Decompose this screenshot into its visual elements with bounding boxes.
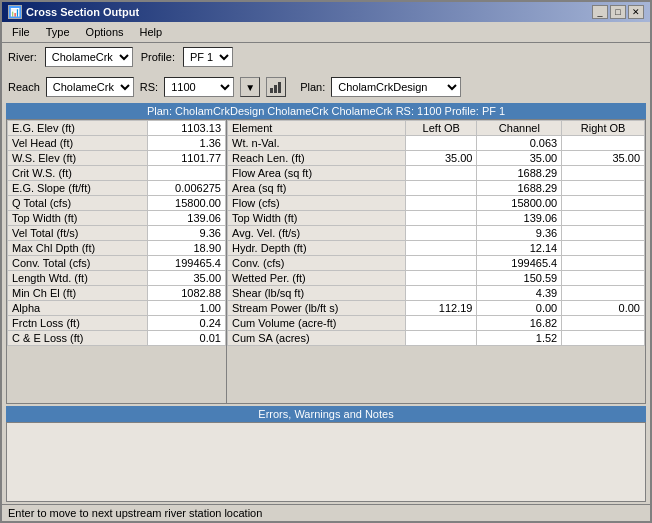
table-row: Reach Len. (ft)35.0035.0035.00 xyxy=(228,151,645,166)
minimize-button[interactable]: _ xyxy=(592,5,608,19)
next-rs-button[interactable] xyxy=(266,77,286,97)
plan-select[interactable]: CholamCrkDesign xyxy=(331,77,461,97)
river-select[interactable]: CholameCrk xyxy=(45,47,133,67)
table-row: Max Chl Dpth (ft)18.90 xyxy=(8,241,226,256)
right-table-header: Right OB xyxy=(562,121,645,136)
table-row: Vel Head (ft)1.36 xyxy=(8,136,226,151)
right-table-value xyxy=(406,256,477,271)
left-table-label: Length Wtd. (ft) xyxy=(8,271,148,286)
table-row: Area (sq ft)1688.29 xyxy=(228,181,645,196)
reach-select[interactable]: CholameCrk xyxy=(46,77,134,97)
status-bar: Enter to move to next upstream river sta… xyxy=(2,504,650,521)
right-table-value: 0.063 xyxy=(477,136,562,151)
left-table-label: Alpha xyxy=(8,301,148,316)
table-row: Shear (lb/sq ft)4.39 xyxy=(228,286,645,301)
left-table-label: Crit W.S. (ft) xyxy=(8,166,148,181)
table-row: Conv. (cfs)199465.4 xyxy=(228,256,645,271)
rs-select[interactable]: 1100 xyxy=(164,77,234,97)
menu-options[interactable]: Options xyxy=(80,24,130,40)
right-table-value xyxy=(562,331,645,346)
window-title: Cross Section Output xyxy=(26,6,139,18)
svg-rect-1 xyxy=(274,85,277,93)
right-table-label: Hydr. Depth (ft) xyxy=(228,241,406,256)
right-table-value xyxy=(406,211,477,226)
maximize-button[interactable]: □ xyxy=(610,5,626,19)
right-table-value xyxy=(562,211,645,226)
table-row: Length Wtd. (ft)35.00 xyxy=(8,271,226,286)
right-table-value: 15800.00 xyxy=(477,196,562,211)
right-table-value: 0.00 xyxy=(562,301,645,316)
right-table-label: Top Width (ft) xyxy=(228,211,406,226)
rs-label: RS: xyxy=(140,81,158,93)
table-row: Top Width (ft)139.06 xyxy=(8,211,226,226)
left-panel: E.G. Elev (ft)1103.13Vel Head (ft)1.36W.… xyxy=(7,120,227,403)
left-table-value: 1.36 xyxy=(148,136,226,151)
right-table-value xyxy=(406,226,477,241)
menu-file[interactable]: File xyxy=(6,24,36,40)
window-icon: 📊 xyxy=(8,5,22,19)
right-table-value xyxy=(562,181,645,196)
profile-label: Profile: xyxy=(141,51,175,63)
right-table-value: 199465.4 xyxy=(477,256,562,271)
prev-rs-button[interactable]: ▼ xyxy=(240,77,260,97)
table-row: Conv. Total (cfs)199465.4 xyxy=(8,256,226,271)
table-row: W.S. Elev (ft)1101.77 xyxy=(8,151,226,166)
left-table-label: Vel Head (ft) xyxy=(8,136,148,151)
right-table-value: 1688.29 xyxy=(477,166,562,181)
right-table-value xyxy=(406,196,477,211)
table-row: Wetted Per. (ft)150.59 xyxy=(228,271,645,286)
left-table: E.G. Elev (ft)1103.13Vel Head (ft)1.36W.… xyxy=(7,120,226,346)
table-row: Q Total (cfs)15800.00 xyxy=(8,196,226,211)
table-row: Alpha1.00 xyxy=(8,301,226,316)
right-table-value: 16.82 xyxy=(477,316,562,331)
right-table-value xyxy=(562,166,645,181)
table-row: Frctn Loss (ft)0.24 xyxy=(8,316,226,331)
right-table-value xyxy=(406,181,477,196)
content-area: Plan: CholamCrkDesign CholameCrk Cholame… xyxy=(2,101,650,504)
title-bar: 📊 Cross Section Output _ □ ✕ xyxy=(2,2,650,22)
close-button[interactable]: ✕ xyxy=(628,5,644,19)
right-table-label: Area (sq ft) xyxy=(228,181,406,196)
menu-help[interactable]: Help xyxy=(134,24,169,40)
right-table-header: Left OB xyxy=(406,121,477,136)
table-row: Min Ch El (ft)1082.88 xyxy=(8,286,226,301)
table-row: Stream Power (lb/ft s)112.190.000.00 xyxy=(228,301,645,316)
right-table-label: Conv. (cfs) xyxy=(228,256,406,271)
left-table-value: 1082.88 xyxy=(148,286,226,301)
right-table-value: 35.00 xyxy=(406,151,477,166)
profile-select[interactable]: PF 1 xyxy=(183,47,233,67)
left-table-value: 35.00 xyxy=(148,271,226,286)
left-table-label: Conv. Total (cfs) xyxy=(8,256,148,271)
table-row: Vel Total (ft/s)9.36 xyxy=(8,226,226,241)
right-table-header: Channel xyxy=(477,121,562,136)
right-table-label: Reach Len. (ft) xyxy=(228,151,406,166)
left-table-label: W.S. Elev (ft) xyxy=(8,151,148,166)
right-table-header: Element xyxy=(228,121,406,136)
right-table-value: 4.39 xyxy=(477,286,562,301)
left-table-value xyxy=(148,166,226,181)
table-row: Flow (cfs)15800.00 xyxy=(228,196,645,211)
main-window: 📊 Cross Section Output _ □ ✕ File Type O… xyxy=(0,0,652,523)
menu-type[interactable]: Type xyxy=(40,24,76,40)
right-table-value xyxy=(562,286,645,301)
right-table-value xyxy=(562,316,645,331)
river-label: River: xyxy=(8,51,37,63)
right-table-value xyxy=(562,226,645,241)
right-table-value xyxy=(406,316,477,331)
right-table-label: Wetted Per. (ft) xyxy=(228,271,406,286)
right-table-value: 150.59 xyxy=(477,271,562,286)
right-table-label: Cum Volume (acre-ft) xyxy=(228,316,406,331)
right-table-value: 112.19 xyxy=(406,301,477,316)
data-section: E.G. Elev (ft)1103.13Vel Head (ft)1.36W.… xyxy=(6,119,646,404)
left-table-value: 9.36 xyxy=(148,226,226,241)
right-table-label: Flow Area (sq ft) xyxy=(228,166,406,181)
left-table-label: Vel Total (ft/s) xyxy=(8,226,148,241)
left-table-value: 0.01 xyxy=(148,331,226,346)
right-table-value xyxy=(406,166,477,181)
right-table-value: 9.36 xyxy=(477,226,562,241)
plan-label: Plan: xyxy=(300,81,325,93)
right-table-header-row: ElementLeft OBChannelRight OB xyxy=(228,121,645,136)
left-table-label: C & E Loss (ft) xyxy=(8,331,148,346)
left-table-value: 1.00 xyxy=(148,301,226,316)
table-row: Hydr. Depth (ft)12.14 xyxy=(228,241,645,256)
